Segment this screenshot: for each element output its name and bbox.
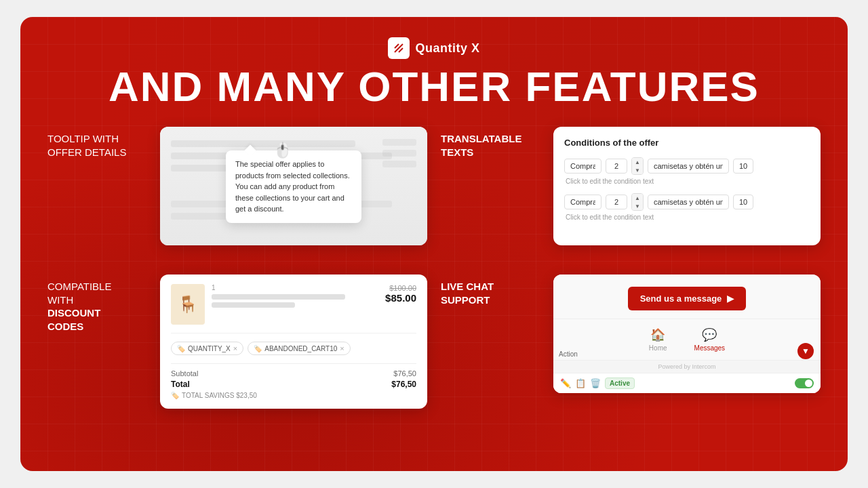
feature-discount: COMPATIBLE WITH DISCOUNT CODES 🪑 1 [47,274,427,409]
header: Quantity X AND MANY OTHER FEATURES [47,37,821,108]
tag-remove-1[interactable]: × [233,344,237,352]
text-input-1[interactable] [648,159,729,174]
stepper-2[interactable]: ▲ ▼ [631,193,644,211]
total-value: $76,50 [391,380,416,389]
chat-label: LIVE CHAT SUPPORT [441,274,542,306]
svg-line-2 [399,48,403,52]
send-message-button[interactable]: Send us a message ▶ [628,287,747,310]
feature-chat: LIVE CHAT SUPPORT Send us a message ▶ 🏠 … [441,274,821,409]
powered-bar: Powered by Intercom [553,360,821,373]
condition-hint-2: Click to edit the condition text [564,214,810,221]
compra-input-1[interactable] [564,159,601,174]
stepper-1[interactable]: ▲ ▼ [631,157,644,175]
product-name-bar [212,294,345,300]
home-icon: 🏠 [650,327,665,342]
cart-totals: Subtotal $76,50 Total $76,50 🏷️ TOTAL SA… [171,363,416,399]
edit-icon[interactable]: ✏️ [560,378,571,388]
num2-input-2[interactable] [733,195,753,209]
feature-translatable: TRANSLATABLE TEXTS Conditions of the off… [441,127,821,261]
subtotal-label: Subtotal [171,369,198,378]
price-original: $100.00 [385,284,416,292]
nav-home[interactable]: 🏠 Home [649,327,667,352]
feature-tooltip: TOOLTIP WITH OFFER DETAILS [47,127,427,261]
tooltip-card: 🖱️ The special offer applies to products… [160,127,427,245]
main-title: AND MANY OTHER FEATURES [108,66,760,108]
chat-inner: Send us a message ▶ 🏠 Home 💬 Messages [553,274,821,393]
condition-row-1: ▲ ▼ [564,157,810,175]
copy-icon[interactable]: 📋 [575,378,586,388]
tag-icon-2: 🏷️ [254,345,262,352]
tag-icon-1: 🏷️ [177,345,185,352]
tooltip-text: The special offer applies to products fr… [235,160,350,213]
tag-label-2: ABANDONED_CART10 [264,345,337,352]
logo-row: Quantity X [388,37,479,59]
conditions-title: Conditions of the offer [564,138,810,148]
logo-icon [388,37,410,59]
nav-home-label: Home [649,344,667,352]
svg-line-0 [395,44,403,52]
delete-icon[interactable]: 🗑️ [590,378,601,388]
text-input-2[interactable] [648,195,729,209]
product-qty: 1 [212,284,378,291]
savings-text: TOTAL SAVINGS $23,50 [182,392,257,399]
savings-row: 🏷️ TOTAL SAVINGS $23,50 [171,392,416,399]
translatable-card: Conditions of the offer ▲ ▼ Click to edi… [553,127,821,245]
features-grid: TOOLTIP WITH OFFER DETAILS [47,127,821,409]
chat-bottom-bar: ✏️ 📋 🗑️ Active [553,373,821,393]
number-input-2[interactable] [606,195,627,209]
condition-row-2: ▲ ▼ [564,193,810,211]
main-container: Quantity X AND MANY OTHER FEATURES TOOLT… [20,17,848,471]
nav-messages[interactable]: 💬 Messages [694,327,726,352]
tag-label-1: QUANTITY_X [188,345,231,352]
svg-line-1 [395,44,399,48]
tag-abandoned-cart[interactable]: 🏷️ ABANDONED_CART10 × [248,342,351,355]
discount-card: 🪑 1 $100.00 $85.00 🏷️ [160,274,427,409]
send-btn-label: Send us a message [640,293,722,304]
stepper-up-2[interactable]: ▲ [632,194,643,202]
scroll-down-button[interactable]: ▼ [797,343,814,359]
subtotal-row: Subtotal $76,50 [171,369,416,378]
translatable-label: TRANSLATABLE TEXTS [441,127,542,159]
subtotal-value: $76,50 [393,369,416,378]
logo-text: Quantity X [415,41,479,56]
total-row: Total $76,50 [171,380,416,389]
compra-input-2[interactable] [564,195,601,209]
nav-messages-label: Messages [694,344,726,352]
discount-label: COMPATIBLE WITH DISCOUNT CODES [47,274,149,333]
product-row: 🪑 1 $100.00 $85.00 [171,284,416,333]
chat-card: Send us a message ▶ 🏠 Home 💬 Messages [553,274,821,393]
tag-remove-2[interactable]: × [340,344,344,352]
chat-nav: 🏠 Home 💬 Messages [553,319,821,360]
tooltip-label: TOOLTIP WITH OFFER DETAILS [47,127,149,159]
num2-input-1[interactable] [733,159,753,174]
tag-quantity-x[interactable]: 🏷️ QUANTITY_X × [171,342,243,355]
cursor-icon: 🖱️ [273,142,292,159]
product-image: 🪑 [171,284,205,325]
number-input-1[interactable] [606,159,627,174]
powered-text: Powered by Intercom [658,363,715,370]
discount-tags: 🏷️ QUANTITY_X × 🏷️ ABANDONED_CART10 × [171,342,416,355]
messages-icon: 💬 [702,327,717,342]
product-prices: $100.00 $85.00 [385,284,416,304]
product-info: 1 [212,284,378,308]
price-discounted: $85.00 [385,292,416,304]
tooltip-bubble: The special offer applies to products fr… [226,150,361,223]
product-name-bar2 [212,302,295,308]
stepper-down-2[interactable]: ▼ [632,202,643,210]
active-toggle[interactable] [795,378,814,388]
active-badge: Active [605,378,635,389]
send-icon: ▶ [727,293,734,304]
total-label: Total [171,380,190,389]
stepper-down-1[interactable]: ▼ [632,166,643,174]
stepper-up-1[interactable]: ▲ [632,158,643,166]
condition-hint-1: Click to edit the condition text [564,178,810,185]
action-label: Action [559,350,578,358]
